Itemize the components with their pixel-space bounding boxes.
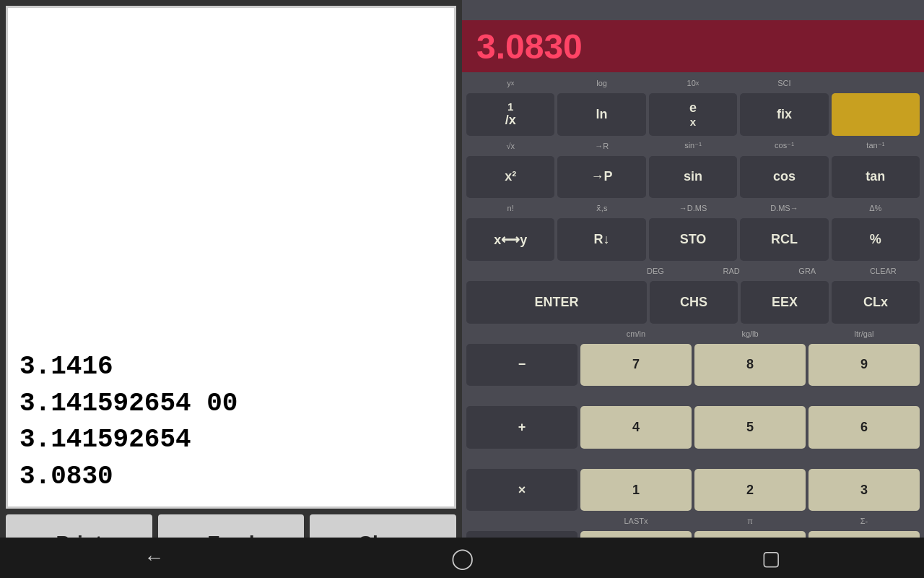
calc-row-2: x² →P sin cos tan [466,156,920,199]
sublabel-clear: CLEAR [847,263,920,279]
sublabel-10x: 10x [649,75,737,91]
calc-row-5: − 7 8 9 [466,344,920,387]
sublabel-todms: →D.MS [649,200,737,216]
sublabel-blank-div [466,513,578,529]
sublabel-lastx: LASTx [580,513,692,529]
xy-button[interactable]: x⟷y [466,218,554,261]
5-button[interactable]: 5 [694,406,806,449]
tape-area: 3.14163.141592654 003.1415926543.0830 [6,6,456,509]
pct-button[interactable]: % [832,218,920,261]
sublabel-blank-times [466,451,578,467]
display: 3.0830 [462,20,924,72]
sublabel-nfact: n! [466,200,554,216]
sublabel-pi: π [694,513,806,529]
fix-button[interactable]: fix [740,93,828,136]
calc-row-3: x⟷y R↓ STO RCL % [466,218,920,261]
3-button[interactable]: 3 [808,469,920,512]
sublabel-gra: GRA [771,263,844,279]
calc-grid: yx log 10x SCI 1/x ln ex fix √x →R sin⁻¹… [462,72,924,578]
sublabel-blank-3 [808,451,920,467]
calc-row-4: ENTER CHS EEX CLx [466,281,920,324]
minus-button[interactable]: − [466,344,578,387]
enter-button[interactable]: ENTER [466,281,647,324]
sublabel-blank1 [832,75,920,91]
sublabel-ltrgal: ltr/gal [808,326,920,342]
sublabel-kglb: kg/lb [694,326,806,342]
right-panel: 3G 📶 🔋 6:55 3.0830 yx log 10x SCI 1/x ln… [462,0,924,578]
sub-row-3: n! x̄,s →D.MS D.MS→ Δ% [466,200,920,216]
left-panel: 3.14163.141592654 003.1415926543.0830 Pr… [0,0,462,578]
rd-button[interactable]: R↓ [557,218,645,261]
sto-button[interactable]: STO [649,218,737,261]
tan-button[interactable]: tan [832,156,920,199]
recents-icon[interactable]: ▢ [762,546,780,570]
9-button[interactable]: 9 [808,344,920,387]
sublabel-blank-5 [694,388,806,404]
eex-button[interactable]: EEX [741,281,829,324]
sublabel-tan-1: tan⁻¹ [832,138,920,154]
sub-row-6 [466,388,920,404]
calc-row-1: 1/x ln ex fix [466,93,920,136]
sublabel-yx: yx [466,75,554,91]
sublabel-blank-plus [466,388,578,404]
4-button[interactable]: 4 [580,406,692,449]
sublabel-rad: RAD [695,263,768,279]
sublabel-dmsto: D.MS→ [740,200,828,216]
sublabel-blank-1 [580,451,692,467]
8-button[interactable]: 8 [694,344,806,387]
cos-button[interactable]: cos [740,156,828,199]
tape-content: 3.14163.141592654 003.1415926543.0830 [19,349,443,495]
6-button[interactable]: 6 [808,406,920,449]
sublabel-sin-1: sin⁻¹ [649,138,737,154]
sublabel-blank-4 [580,388,692,404]
sublabel-sci: SCI [740,75,828,91]
inv-button[interactable]: 1/x [466,93,554,136]
sublabel-xs: x̄,s [557,200,645,216]
7-button[interactable]: 7 [580,344,692,387]
times-button[interactable]: × [466,469,578,512]
display-value: 3.0830 [476,27,583,66]
ln-button[interactable]: ln [557,93,645,136]
chs-button[interactable]: CHS [650,281,738,324]
sublabel-sqrtx: √x [466,138,554,154]
nav-bar: ← ◯ ▢ [0,538,924,578]
x2-button[interactable]: x² [466,156,554,199]
sub-row-1: yx log 10x SCI [466,75,920,91]
sub-row-8: LASTx π Σ- [466,513,920,529]
sublabel-delta: Δ% [832,200,920,216]
sub-row-4: DEG RAD GRA CLEAR [466,263,920,279]
1-button[interactable]: 1 [580,469,692,512]
sin-button[interactable]: sin [649,156,737,199]
calc-row-6: + 4 5 6 [466,406,920,449]
home-icon[interactable]: ◯ [451,546,474,570]
sublabel-deg: DEG [619,263,692,279]
sublabel-cos-1: cos⁻¹ [740,138,828,154]
sublabel-cmin: cm/in [580,326,692,342]
f-shift-button[interactable] [832,93,920,136]
clx-button[interactable]: CLx [832,281,920,324]
sub-row-2: √x →R sin⁻¹ cos⁻¹ tan⁻¹ [466,138,920,154]
sub-row-5: cm/in kg/lb ltr/gal [466,326,920,342]
2-button[interactable]: 2 [694,469,806,512]
ex-button[interactable]: ex [649,93,737,136]
plus-button[interactable]: + [466,406,578,449]
rcl-button[interactable]: RCL [740,218,828,261]
top-button[interactable]: →P [557,156,645,199]
sublabel-blank-2 [694,451,806,467]
back-icon[interactable]: ← [144,546,164,569]
calc-row-7: × 1 2 3 [466,469,920,512]
sublabel-blank-6 [808,388,920,404]
sublabel-blank-minus [466,326,578,342]
sublabel-enter [466,263,616,279]
sublabel-sigma-minus: Σ- [808,513,920,529]
sublabel-log: log [557,75,645,91]
sub-row-7 [466,451,920,467]
sublabel-tor: →R [557,138,645,154]
